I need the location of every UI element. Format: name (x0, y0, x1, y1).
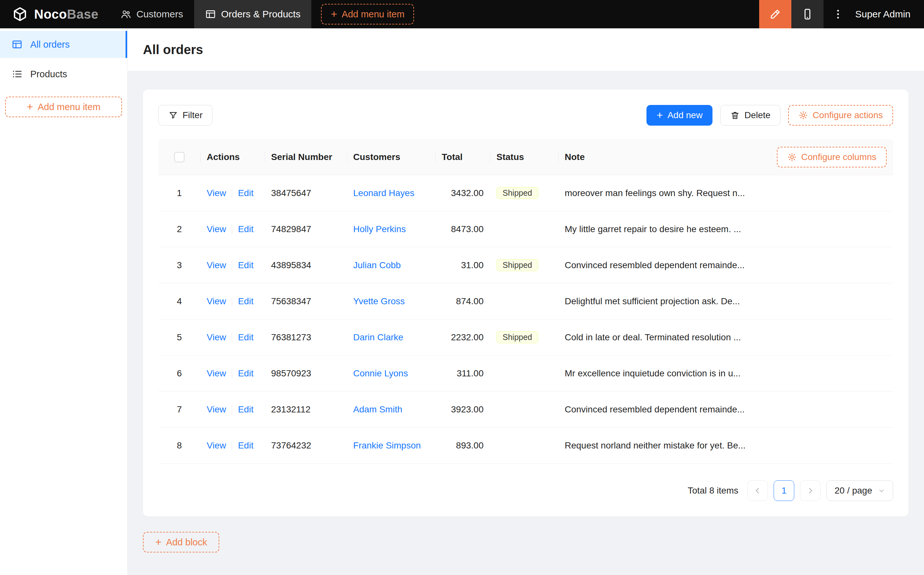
note-cell: Convinced resembled dependent remainde..… (558, 260, 758, 270)
nav-orders-products-label: Orders & Products (221, 9, 301, 20)
edit-link[interactable]: Edit (238, 260, 253, 270)
row-index-cell: 3 (159, 260, 200, 270)
orders-table: Actions Serial Number Customers Total St… (159, 139, 893, 464)
all-orders-icon (11, 39, 22, 50)
sidebar-item-products[interactable]: Products (0, 60, 127, 87)
edit-link[interactable]: Edit (238, 440, 253, 451)
view-link[interactable]: View (207, 332, 226, 343)
view-link[interactable]: View (207, 368, 226, 379)
column-header-customers: Customers (347, 152, 435, 162)
configure-actions-button[interactable]: Configure actions (788, 105, 893, 125)
row-index: 2 (177, 224, 182, 234)
status-cell: Shipped (490, 331, 558, 343)
column-header-actions: Actions (200, 152, 265, 162)
plus-icon: + (155, 536, 162, 547)
customer-link[interactable]: Yvette Gross (353, 296, 405, 307)
filter-label: Filter (183, 110, 203, 121)
table-row: 7 View Edit 23132112 Adam Smith 3923.00 … (159, 391, 893, 427)
customer-cell: Darin Clarke (347, 332, 435, 343)
customer-cell: Connie Lyons (347, 368, 435, 379)
add-block-label: Add block (166, 537, 207, 548)
plus-icon: + (656, 110, 663, 121)
row-index-cell: 7 (159, 404, 200, 415)
view-link[interactable]: View (207, 224, 226, 234)
logo-text-secondary: Base (67, 7, 98, 21)
total-cell: 893.00 (435, 440, 490, 451)
customer-link[interactable]: Leonard Hayes (353, 188, 414, 198)
table-body: 1 View Edit 38475647 Leonard Hayes 3432.… (159, 175, 893, 464)
customer-cell: Leonard Hayes (347, 188, 435, 198)
customer-link[interactable]: Connie Lyons (353, 368, 408, 379)
delete-button[interactable]: Delete (720, 105, 780, 125)
customer-link[interactable]: Frankie Simpson (353, 440, 421, 451)
sidebar-add-menu-item-button[interactable]: + Add menu item (5, 97, 122, 117)
customer-cell: Adam Smith (347, 404, 435, 415)
customer-link[interactable]: Julian Cobb (353, 260, 401, 270)
ui-editor-button[interactable] (759, 0, 791, 28)
plus-icon: + (331, 8, 337, 19)
pagination: Total 8 items 1 (159, 480, 893, 501)
row-index: 6 (177, 368, 182, 379)
header-add-menu-item-button[interactable]: + Add menu item (321, 4, 414, 24)
top-nav: Customers Orders & Products + Add menu i… (110, 0, 414, 28)
edit-link[interactable]: Edit (238, 332, 253, 343)
customer-link[interactable]: Darin Clarke (353, 332, 403, 343)
nav-customers[interactable]: Customers (110, 0, 194, 28)
table-row: 1 View Edit 38475647 Leonard Hayes 3432.… (159, 175, 893, 211)
body-row: All orders Products + Add menu item (0, 28, 924, 575)
row-actions-cell: View Edit (200, 332, 265, 343)
status-cell: Shipped (490, 187, 558, 199)
customer-cell: Frankie Simpson (347, 440, 435, 451)
main: All orders Filter (127, 28, 924, 575)
add-new-button[interactable]: + Add new (646, 105, 713, 125)
row-index-cell: 4 (159, 296, 200, 307)
delete-label: Delete (745, 110, 770, 121)
next-page-button[interactable] (800, 480, 821, 501)
customer-cell: Julian Cobb (347, 260, 435, 270)
edit-link[interactable]: Edit (238, 368, 253, 379)
page-size-select[interactable]: 20 / page (826, 480, 893, 501)
customers-icon (121, 9, 131, 20)
edit-link[interactable]: Edit (238, 224, 253, 234)
sidebar-item-all-orders[interactable]: All orders (0, 31, 127, 58)
view-link[interactable]: View (207, 260, 226, 270)
view-link[interactable]: View (207, 296, 226, 307)
view-link[interactable]: View (207, 404, 226, 415)
nocobase-logo[interactable]: NocoBase (0, 6, 110, 22)
total-cell: 2232.00 (435, 332, 490, 343)
configure-columns-button[interactable]: Configure columns (777, 147, 887, 167)
row-index: 8 (177, 440, 182, 451)
chevron-left-icon (753, 486, 762, 495)
customer-cell: Holly Perkins (347, 224, 435, 234)
nav-orders-products[interactable]: Orders & Products (194, 0, 312, 28)
row-actions-cell: View Edit (200, 224, 265, 234)
edit-link[interactable]: Edit (238, 188, 253, 198)
page-number-button[interactable]: 1 (774, 480, 794, 501)
total-cell: 311.00 (435, 368, 490, 379)
total-cell: 31.00 (435, 260, 490, 270)
add-block-button[interactable]: + Add block (143, 532, 219, 553)
more-icon (832, 8, 845, 21)
previous-page-button[interactable] (747, 480, 768, 501)
filter-button[interactable]: Filter (159, 105, 213, 125)
edit-link[interactable]: Edit (238, 404, 253, 415)
view-link[interactable]: View (207, 440, 226, 451)
view-link[interactable]: View (207, 188, 226, 198)
edit-link[interactable]: Edit (238, 296, 253, 307)
row-index-cell: 5 (159, 332, 200, 343)
column-header-note: Note (558, 152, 758, 162)
more-menu-button[interactable] (824, 0, 853, 28)
customer-link[interactable]: Holly Perkins (353, 224, 406, 234)
highlighter-icon (768, 7, 782, 21)
table-row: 8 View Edit 73764232 Frankie Simpson 893… (159, 427, 893, 464)
gear-icon (799, 110, 808, 120)
nocobase-logo-icon (11, 6, 29, 22)
select-all-checkbox[interactable] (174, 152, 184, 162)
total-cell: 8473.00 (435, 224, 490, 234)
customer-link[interactable]: Adam Smith (353, 404, 402, 415)
user-menu[interactable]: Super Admin (853, 9, 924, 20)
chevron-down-icon (878, 487, 885, 494)
row-actions-cell: View Edit (200, 296, 265, 307)
mobile-button[interactable] (791, 0, 824, 28)
configure-columns-cell: Configure columns (758, 147, 893, 167)
